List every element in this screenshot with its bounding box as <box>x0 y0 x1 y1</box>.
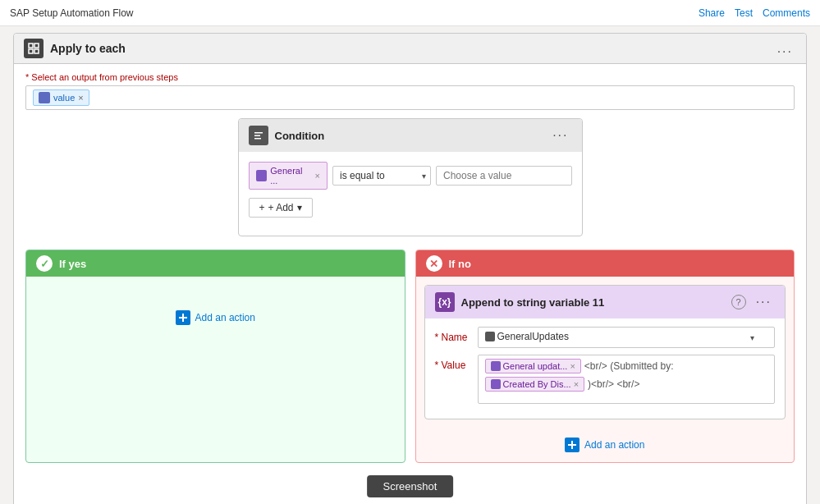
branch-no-icon: ✕ <box>426 255 442 272</box>
append-more-button[interactable]: ··· <box>753 295 775 309</box>
append-name-label: * Name <box>435 327 471 343</box>
branch-yes: ✓ If yes Add an action <box>25 250 405 463</box>
append-value-row: * Value General updat... × <br/> ( <box>435 355 776 404</box>
append-value-token-1: General updat... × <box>485 359 581 373</box>
append-value-token-row-2: Created By Dis... × )<br/> <br/> <box>485 377 768 392</box>
branch-yes-header: ✓ If yes <box>26 250 405 277</box>
svg-rect-0 <box>29 44 33 48</box>
append-value-token-row-1: General updat... × <br/> (Submitted by: <box>485 359 768 373</box>
branch-no-label: If no <box>449 258 471 270</box>
svg-rect-4 <box>254 132 263 134</box>
append-header: {x} Append to string variable 11 ? ··· <box>425 286 786 318</box>
condition-block: Condition ··· General ... × is equal to <box>238 118 583 236</box>
share-button[interactable]: Share <box>699 7 725 19</box>
top-bar: SAP Setup Automation Flow Share Test Com… <box>0 0 820 26</box>
apply-each-title-text: Apply to each <box>50 42 126 55</box>
branch-yes-add-label: Add an action <box>195 312 255 323</box>
svg-rect-3 <box>34 49 39 53</box>
condition-more-button[interactable]: ··· <box>549 128 571 143</box>
name-dropdown-caret: ▾ <box>750 333 754 342</box>
condition-token: General ... × <box>249 162 328 190</box>
append-name-input[interactable]: GeneralUpdates ▾ <box>478 327 776 348</box>
append-name-input-wrapper: GeneralUpdates ▾ <box>478 327 776 348</box>
screenshot-button[interactable]: Screenshot <box>367 475 454 497</box>
branch-no-add-icon <box>565 438 579 452</box>
condition-token-close[interactable]: × <box>315 171 320 181</box>
value-token-close[interactable]: × <box>78 93 83 103</box>
select-output-section: * Select an output from previous steps v… <box>14 64 806 118</box>
apply-each-title: Apply to each <box>24 39 126 58</box>
condition-operator-select[interactable]: is equal to <box>332 166 431 186</box>
branch-yes-add-action[interactable]: Add an action <box>176 310 255 325</box>
condition-title-text: Condition <box>275 130 325 142</box>
condition-header: Condition ··· <box>239 119 582 152</box>
branch-no-content: Add an action <box>416 428 795 462</box>
val-token-1-label: General updat... <box>503 361 568 371</box>
apply-each-icon <box>24 39 44 58</box>
append-value-input[interactable]: General updat... × <br/> (Submitted by: <box>478 355 776 404</box>
condition-add-plus: + <box>259 202 265 213</box>
branch-no-header: ✕ If no <box>416 250 795 277</box>
value-token-icon <box>39 92 50 103</box>
append-value-token-2: Created By Dis... × <box>485 377 585 392</box>
branch-yes-icon: ✓ <box>36 255 53 272</box>
val-token-2-suffix: )<br/> <br/> <box>588 378 639 390</box>
condition-token-label: General ... <box>270 166 311 186</box>
branch-no: ✕ If no {x} Append to string variable 11… <box>415 250 795 463</box>
value-token-label: value <box>53 93 75 103</box>
val-token-1-icon <box>491 361 501 371</box>
svg-rect-8 <box>179 317 187 318</box>
append-body: * Name GeneralUpdates ▾ <box>425 318 786 419</box>
append-title-text: Append to string variable 11 <box>461 296 605 309</box>
val-token-2-icon <box>491 379 501 389</box>
top-bar-left: SAP Setup Automation Flow <box>10 7 134 19</box>
append-title: {x} Append to string variable 11 <box>435 292 605 312</box>
append-value-label: * Value <box>435 355 471 371</box>
val-token-2-close[interactable]: × <box>574 379 579 389</box>
branch-yes-label: If yes <box>59 258 86 270</box>
value-token: value × <box>33 89 89 106</box>
svg-rect-6 <box>254 138 261 140</box>
branch-no-add-label: Add an action <box>584 439 644 451</box>
condition-title: Condition <box>249 126 325 145</box>
append-help-icon[interactable]: ? <box>731 295 746 309</box>
apply-each-container: Apply to each ... * Select an output fro… <box>13 33 807 504</box>
main-content: Condition ··· General ... × is equal to <box>14 118 806 504</box>
svg-rect-1 <box>34 44 39 48</box>
svg-rect-2 <box>29 49 33 53</box>
condition-row: General ... × is equal to ▾ <box>249 162 572 190</box>
comments-button[interactable]: Comments <box>763 7 810 19</box>
condition-value-input[interactable] <box>436 166 572 186</box>
branch-no-add-action[interactable]: Add an action <box>565 438 644 452</box>
append-name-value: GeneralUpdates <box>485 331 569 344</box>
svg-rect-10 <box>568 444 576 446</box>
append-icon: {x} <box>435 292 455 312</box>
name-prefix-icon <box>485 332 495 341</box>
branches-row: ✓ If yes Add an action <box>25 250 795 463</box>
condition-operator-wrapper: is equal to ▾ <box>332 166 431 186</box>
condition-add-label: + Add <box>268 202 294 213</box>
apply-each-more-button[interactable]: ... <box>774 41 796 56</box>
append-block: {x} Append to string variable 11 ? ··· *… <box>424 285 786 419</box>
apply-each-header: Apply to each ... <box>14 34 806 64</box>
condition-add-caret: ▾ <box>297 202 302 213</box>
branch-yes-content: Add an action <box>26 277 405 359</box>
select-output-label: * Select an output from previous steps <box>25 72 795 82</box>
val-token-2-label: Created By Dis... <box>503 379 571 389</box>
top-bar-right: Share Test Comments <box>699 7 810 19</box>
append-name-row: * Name GeneralUpdates ▾ <box>435 327 776 348</box>
test-button[interactable]: Test <box>735 7 753 19</box>
condition-add-button[interactable]: + + Add ▾ <box>249 198 313 218</box>
select-output-input[interactable]: value × <box>25 85 795 110</box>
svg-rect-5 <box>254 135 260 137</box>
flow-title: SAP Setup Automation Flow <box>10 7 134 19</box>
branch-yes-add-icon <box>176 310 190 325</box>
val-token-1-close[interactable]: × <box>570 361 575 371</box>
condition-add-row: + + Add ▾ <box>249 198 572 218</box>
condition-icon <box>249 126 268 145</box>
condition-token-icon <box>256 170 268 181</box>
condition-body: General ... × is equal to ▾ <box>239 152 582 236</box>
val-token-1-suffix: <br/> (Submitted by: <box>584 360 674 372</box>
append-header-actions: ? ··· <box>731 295 775 309</box>
